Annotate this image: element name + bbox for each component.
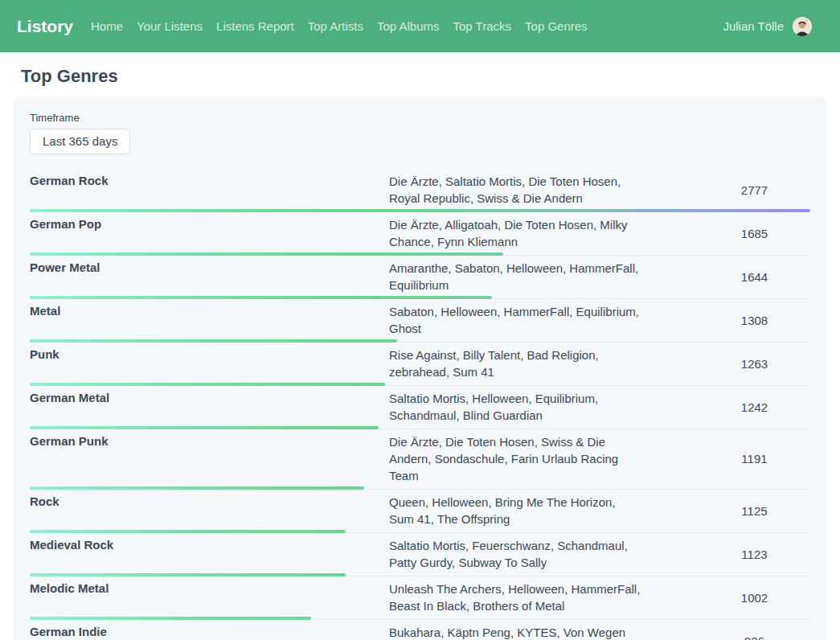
user-name: Julian Tölle: [723, 19, 784, 33]
genre-row: PunkRise Against, Billy Talent, Bad Reli…: [30, 343, 810, 386]
genre-row: Melodic MetalUnleash The Archers, Hellow…: [30, 576, 810, 620]
genre-bar: [30, 252, 503, 256]
genre-bar: [30, 617, 311, 620]
genre-artists: Rise Against, Billy Talent, Bad Religion…: [389, 347, 699, 380]
genre-row: Power MetalAmaranthe, Sabaton, Helloween…: [30, 256, 810, 299]
genre-count: 1191: [699, 452, 810, 466]
genre-name: Melodic Metal: [30, 581, 389, 614]
nav-link-your-listens[interactable]: Your Listens: [137, 19, 203, 33]
main-nav: HomeYour ListensListens ReportTop Artist…: [91, 19, 588, 33]
genre-artists: Unleash The Archers, Helloween, HammerFa…: [389, 581, 699, 614]
timeframe-label: Timeframe: [30, 112, 810, 124]
genre-row: German IndieBukahara, Käptn Peng, KYTES,…: [30, 620, 810, 640]
genre-row-content: PunkRise Against, Billy Talent, Bad Reli…: [30, 343, 810, 383]
genre-count: 1685: [699, 227, 810, 240]
genre-row-content: MetalSabaton, Helloween, HammerFall, Equ…: [30, 299, 810, 339]
app-logo[interactable]: Listory: [17, 17, 73, 36]
genre-name: Punk: [30, 347, 389, 380]
genre-row: RockQueen, Helloween, Bring Me The Horiz…: [30, 490, 810, 533]
genre-table: German RockDie Ärzte, Saltatio Mortis, D…: [30, 169, 810, 640]
genre-name: Rock: [30, 494, 389, 527]
genre-artists: Amaranthe, Sabaton, Helloween, HammerFal…: [389, 260, 699, 293]
nav-link-listens-report[interactable]: Listens Report: [216, 19, 294, 33]
genre-row: German RockDie Ärzte, Saltatio Mortis, D…: [30, 169, 810, 212]
genre-row: Medieval RockSaltatio Mortis, Feuerschwa…: [30, 533, 810, 576]
genre-count: 2777: [699, 183, 810, 197]
genre-bar: [30, 573, 346, 576]
genre-bar: [30, 530, 346, 533]
genre-artists: Die Ärzte, Die Toten Hosen, Swiss & Die …: [389, 433, 699, 484]
top-genres-card: Timeframe Last 365 days German RockDie Ä…: [14, 96, 826, 640]
genre-bar: [30, 296, 492, 299]
genre-bar-track: [30, 383, 810, 386]
genre-name: German Indie: [30, 624, 389, 640]
genre-artists: Sabaton, Helloween, HammerFall, Equilibr…: [389, 303, 699, 337]
genre-count: 1263: [699, 357, 810, 371]
nav-link-home[interactable]: Home: [91, 19, 123, 33]
genre-count: 1644: [699, 270, 810, 284]
timeframe-select[interactable]: Last 365 days: [30, 129, 130, 154]
genre-artists: Queen, Helloween, Bring Me The Horizon, …: [389, 494, 699, 527]
user-area: Julian Tölle: [723, 17, 812, 36]
genre-bar-track: [30, 339, 810, 343]
genre-name: Power Metal: [30, 260, 389, 293]
genre-name: German Punk: [30, 433, 389, 484]
genre-bar: [30, 209, 810, 212]
genre-row-content: German PopDie Ärzte, Alligatoah, Die Tot…: [30, 212, 810, 252]
nav-link-top-artists[interactable]: Top Artists: [308, 19, 363, 33]
genre-bar-track: [30, 573, 810, 576]
genre-row-content: German RockDie Ärzte, Saltatio Mortis, D…: [30, 169, 810, 209]
nav-link-top-albums[interactable]: Top Albums: [377, 19, 440, 33]
genre-bar-track: [30, 252, 810, 256]
genre-row-content: Melodic MetalUnleash The Archers, Hellow…: [30, 576, 810, 617]
genre-name: German Rock: [30, 173, 389, 207]
genre-row-content: Medieval RockSaltatio Mortis, Feuerschwa…: [30, 533, 810, 573]
genre-row-content: Power MetalAmaranthe, Sabaton, Helloween…: [30, 256, 810, 296]
genre-bar-track: [30, 486, 810, 490]
genre-name: German Pop: [30, 216, 389, 250]
genre-name: Medieval Rock: [30, 537, 389, 571]
genre-count: 1123: [699, 548, 810, 561]
genre-count: 1002: [699, 591, 810, 605]
genre-artists: Die Ärzte, Saltatio Mortis, Die Toten Ho…: [389, 173, 699, 207]
genre-bar-track: [30, 296, 810, 299]
genre-row: German PopDie Ärzte, Alligatoah, Die Tot…: [30, 212, 810, 256]
genre-bar-track: [30, 617, 810, 620]
genre-count: 1242: [699, 400, 810, 414]
genre-artists: Bukahara, Käptn Peng, KYTES, Von Wegen L…: [389, 624, 699, 640]
genre-row: German PunkDie Ärzte, Die Toten Hosen, S…: [30, 429, 810, 490]
nav-link-top-tracks[interactable]: Top Tracks: [453, 19, 512, 33]
nav-link-top-genres[interactable]: Top Genres: [525, 19, 588, 33]
genre-row-content: German MetalSaltatio Mortis, Helloween, …: [30, 386, 810, 426]
genre-artists: Die Ärzte, Alligatoah, Die Toten Hosen, …: [389, 216, 699, 250]
genre-bar: [30, 339, 397, 343]
genre-row: MetalSabaton, Helloween, HammerFall, Equ…: [30, 299, 810, 343]
genre-bar-track: [30, 530, 810, 533]
genre-count: 1125: [699, 504, 810, 518]
genre-count: 926: [699, 634, 810, 640]
genre-artists: Saltatio Mortis, Feuerschwanz, Schandmau…: [389, 537, 699, 571]
genre-name: Metal: [30, 303, 389, 337]
navbar: Listory HomeYour ListensListens ReportTo…: [0, 0, 840, 52]
genre-count: 1308: [699, 314, 810, 327]
genre-name: German Metal: [30, 390, 389, 424]
genre-row-content: RockQueen, Helloween, Bring Me The Horiz…: [30, 490, 810, 530]
genre-bar-track: [30, 209, 810, 212]
user-avatar-icon[interactable]: [793, 17, 812, 36]
genre-row: German MetalSaltatio Mortis, Helloween, …: [30, 386, 810, 429]
genre-bar: [30, 486, 364, 490]
genre-row-content: German PunkDie Ärzte, Die Toten Hosen, S…: [30, 429, 810, 486]
genre-artists: Saltatio Mortis, Helloween, Equilibrium,…: [389, 390, 699, 424]
genre-row-content: German IndieBukahara, Käptn Peng, KYTES,…: [30, 620, 810, 640]
main-content: Top Genres Timeframe Last 365 days Germa…: [0, 66, 840, 640]
genre-bar: [30, 426, 379, 429]
page-title: Top Genres: [21, 66, 840, 87]
genre-bar-track: [30, 426, 810, 429]
genre-bar: [30, 383, 385, 386]
